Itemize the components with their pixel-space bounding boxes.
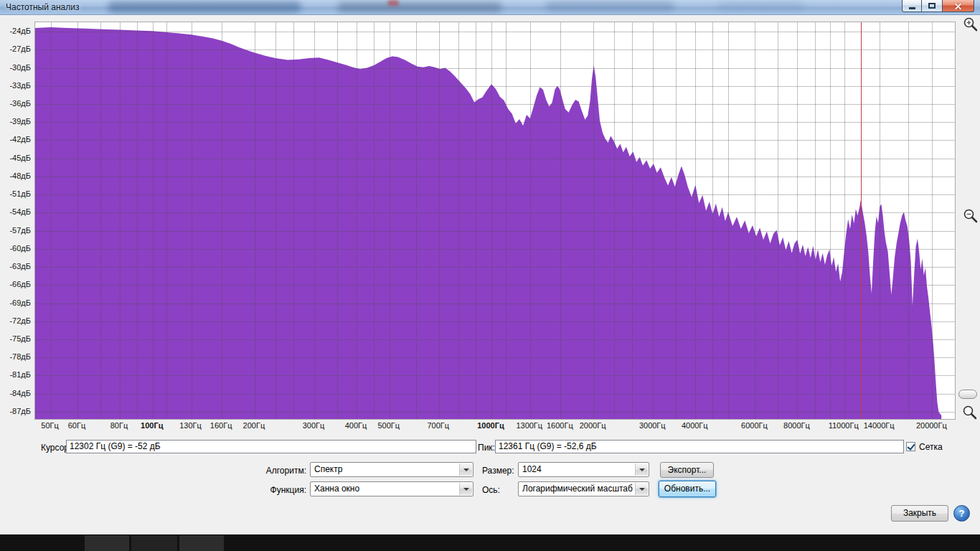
window-controls [902, 0, 974, 12]
x-tick-label: 700Гц [428, 421, 450, 430]
chevron-down-icon[interactable] [459, 463, 472, 476]
x-tick-label: 1600Гц [547, 421, 573, 430]
algorithm-select[interactable]: Спектр [310, 462, 473, 477]
x-tick-label: 3000Гц [639, 421, 666, 430]
x-tick-label: 50Гц [41, 421, 59, 430]
chevron-down-icon[interactable] [635, 483, 648, 495]
close-dialog-button[interactable]: Закрыть [891, 505, 948, 522]
y-tick-label: -39дБ [9, 117, 31, 126]
y-tick-label: -63дБ [9, 262, 31, 270]
background-window-segment [179, 535, 224, 551]
y-tick-label: -78дБ [9, 352, 31, 361]
y-tick-label: -66дБ [9, 280, 31, 288]
y-tick-label: -36дБ [9, 99, 31, 108]
x-tick-label: 6000Гц [741, 421, 768, 430]
axis-select[interactable]: Логарифмический масштаб [518, 481, 649, 496]
y-tick-label: -81дБ [9, 370, 31, 379]
x-tick-label: 2000Гц [580, 421, 606, 430]
minimize-icon [909, 7, 915, 9]
algorithm-selected-value: Спектр [311, 463, 473, 476]
x-tick-label: 14000Гц [864, 421, 895, 430]
x-tick-label: 60Гц [68, 421, 86, 430]
y-tick-label: -27дБ [9, 44, 31, 53]
y-tick-label: -60дБ [9, 244, 31, 253]
grid-checkbox[interactable] [906, 442, 915, 451]
minimize-button[interactable] [902, 0, 922, 12]
x-tick-label: 80Гц [110, 421, 128, 430]
size-select[interactable]: 1024 [518, 462, 649, 477]
y-tick-label: -75дБ [9, 334, 31, 343]
axis-selected-value: Логарифмический масштаб [519, 482, 649, 496]
chevron-down-icon[interactable] [459, 483, 472, 495]
y-tick-label: -57дБ [9, 226, 31, 235]
background-window-segment [131, 535, 177, 551]
x-tick-label: 4000Гц [682, 421, 708, 430]
x-tick-label: 100Гц [141, 421, 163, 430]
refresh-button[interactable]: Обновить... [659, 481, 716, 497]
y-tick-label: -84дБ [9, 389, 31, 397]
spectrum-plot[interactable] [35, 22, 955, 419]
peak-readout: 12361 Гц (G9) = -52,6 дБ [495, 440, 904, 453]
background-window-strip [0, 534, 980, 551]
close-icon [954, 2, 962, 10]
export-button[interactable]: Экспорт... [660, 462, 714, 478]
x-tick-label: 400Гц [345, 421, 367, 430]
x-tick-label: 8000Гц [783, 421, 810, 430]
y-tick-label: -69дБ [9, 298, 31, 307]
x-tick-label: 130Гц [179, 421, 202, 430]
y-axis: -24дБ-27дБ-30дБ-33дБ-36дБ-39дБ-42дБ-45дБ… [0, 0, 33, 427]
titlebar[interactable]: Частотный анализ [0, 0, 980, 15]
y-tick-label: -51дБ [9, 189, 31, 198]
function-label: Функция: [253, 485, 306, 495]
x-tick-label: 1000Гц [477, 421, 504, 430]
y-tick-label: -72дБ [9, 316, 31, 325]
axis-label: Ось: [482, 485, 500, 495]
y-tick-label: -42дБ [9, 135, 31, 143]
size-label: Размер: [482, 466, 514, 476]
size-selected-value: 1024 [519, 463, 649, 476]
spectrum-area [35, 27, 941, 419]
cursor-readout: 12302 Гц (G9) = -52 дБ [66, 440, 476, 453]
function-select[interactable]: Ханна окно [310, 481, 473, 496]
function-selected-value: Ханна окно [311, 482, 473, 496]
zoom-icon[interactable] [962, 405, 978, 420]
y-tick-label: -45дБ [9, 154, 31, 162]
zoom-out-icon[interactable] [963, 208, 979, 224]
background-window-segment [85, 535, 129, 551]
y-tick-label: -87дБ [9, 407, 31, 415]
maximize-button[interactable] [922, 0, 942, 12]
x-axis: 50Гц60Гц80Гц100Гц130Гц160Гц200Гц300Гц400… [34, 421, 956, 432]
y-tick-label: -24дБ [9, 27, 31, 35]
y-tick-label: -30дБ [9, 63, 31, 72]
scrollbar-thumb[interactable] [958, 390, 977, 399]
x-tick-label: 11000Гц [829, 421, 859, 430]
close-button[interactable] [942, 0, 974, 12]
x-tick-label: 200Гц [243, 421, 265, 430]
x-tick-label: 1300Гц [516, 421, 542, 430]
frequency-analysis-window: Частотный анализ -24дБ-27дБ-30дБ-33дБ-36… [0, 0, 980, 551]
x-tick-label: 300Гц [303, 421, 325, 430]
chevron-down-icon[interactable] [635, 463, 648, 476]
x-tick-label: 20000Гц [916, 421, 947, 430]
help-button[interactable]: ? [953, 505, 970, 522]
y-tick-label: -48дБ [9, 171, 31, 180]
grid-checkbox-label: Сетка [919, 442, 943, 452]
algorithm-label: Алгоритм: [253, 466, 306, 476]
plot-area[interactable] [34, 22, 956, 420]
x-tick-label: 500Гц [378, 421, 400, 430]
zoom-in-icon[interactable] [963, 17, 979, 32]
y-tick-label: -54дБ [9, 207, 31, 216]
peak-label: Пик: [478, 443, 495, 453]
maximize-icon [928, 3, 936, 9]
x-tick-label: 160Гц [210, 421, 232, 430]
y-tick-label: -33дБ [9, 81, 31, 90]
